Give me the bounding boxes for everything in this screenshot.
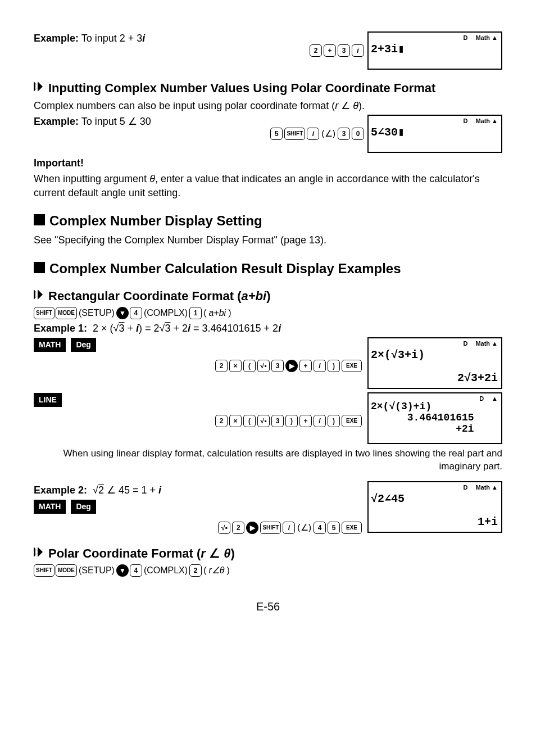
top-example-block: Example: To input 2 + 3i 2 + 3 i D Math … — [34, 31, 502, 70]
heading-rect-format: Rectangular Coordinate Format (a+bi) — [34, 288, 502, 305]
badge-math: MATH — [34, 500, 66, 514]
ex1-formula-line: Example 1: 2 × (√3 + i) = 2√3 + 2i = 3.4… — [34, 322, 502, 335]
badge-deg: Deg — [71, 338, 96, 352]
example-label: Example: — [34, 33, 79, 44]
square-bullet-icon — [34, 262, 45, 273]
heading-polar-input: Inputting Complex Number Values Using Po… — [34, 80, 502, 97]
key-4: 4 — [130, 307, 142, 319]
polar-intro: Complex numbers can also be input using … — [34, 99, 502, 112]
screen-multiline: 2×(√(3)+i) 3.464101615 +2i — [371, 401, 499, 434]
key-sequence-polar: 5 SHIFT i (∠) 3 0 — [270, 128, 364, 140]
key-plus: + — [324, 44, 336, 57]
status-math: Math ▲ — [475, 34, 498, 42]
ex2-row: Example 2: √2 ∠ 45 = 1 + i MATH Deg √▪ 2… — [34, 481, 502, 535]
page-number: E-56 — [34, 599, 502, 614]
key-i: i — [307, 128, 319, 140]
key-i: i — [352, 44, 364, 57]
square-bullet-icon — [34, 214, 45, 225]
ex1-line-row: LINE 2 × ( √▪ 3 ) + i ) EXE D ▲ 2×(√(3)+… — [34, 392, 502, 444]
heading-polar-format: Polar Coordinate Format (r ∠ θ) — [34, 545, 502, 562]
ex1-math-row: MATH Deg 2 × ( √▪ 3 ▶ + i ) EXE D Math ▲… — [34, 337, 502, 389]
calc-screen-ex2: D Math ▲ √2∠45 1+i — [367, 481, 502, 533]
badge-line: LINE — [34, 393, 62, 407]
text-column: Example: To input 2 + 3i — [34, 31, 304, 47]
keys-and-screen-polar: 5 SHIFT i (∠) 3 0 D Math ▲ 5∠30▮ — [270, 115, 502, 153]
important-label: Important! — [34, 156, 502, 170]
example-text: To input 2 + 3 — [81, 33, 143, 44]
key-0: 0 — [352, 128, 364, 140]
i-suffix: i — [142, 33, 145, 44]
calc-screen-top: D Math ▲ 2+3i▮ — [367, 31, 502, 70]
key-down: ▼ — [116, 307, 129, 319]
badge-deg: Deg — [71, 500, 96, 514]
key-shift: SHIFT — [34, 307, 54, 319]
heading-text: Inputting Complex Number Values Using Po… — [48, 80, 435, 97]
chevron-icon — [34, 547, 44, 557]
calc-screen-ex1-line: D ▲ 2×(√(3)+i) 3.464101615 +2i — [367, 392, 502, 444]
screen-input: 2+3i▮ — [371, 42, 405, 57]
heading-result-examples: Complex Number Calculation Result Displa… — [34, 260, 502, 278]
key-1: 1 — [189, 307, 202, 319]
polar-example-block: Example: To input 5 ∠ 30 5 SHIFT i (∠) 3… — [34, 115, 502, 153]
display-setting-text: See "Specifying the Complex Number Displ… — [34, 233, 502, 247]
key-3: 3 — [338, 128, 350, 140]
keys-and-screen: 2 + 3 i D Math ▲ 2+3i▮ — [310, 31, 502, 70]
key-3: 3 — [338, 44, 350, 57]
status-row: D Math ▲ — [463, 34, 498, 42]
polar-example-intro: Example: To input 5 ∠ 30 — [34, 115, 265, 128]
example-text: To input 5 ∠ 30 — [81, 116, 151, 127]
setup-sequence-polar: SHIFT MODE (SETUP) ▼ 4 (COMPLX) 2 (r∠θ) — [34, 564, 502, 577]
key-sequence-ex2: √▪ 2 ▶ SHIFT i (∠) 4 5 EXE — [34, 522, 362, 534]
setup-sequence-rect: SHIFT MODE (SETUP) ▼ 4 (COMPLX) 1 (a+bi) — [34, 307, 502, 319]
ex2-formula-line: Example 2: √2 ∠ 45 = 1 + i — [34, 483, 362, 497]
badge-math: MATH — [34, 338, 66, 352]
calc-screen-polar: D Math ▲ 5∠30▮ — [367, 115, 502, 153]
example-label: Example: — [34, 116, 79, 127]
important-text: When inputting argument θ, enter a value… — [34, 172, 502, 200]
chevron-icon — [34, 289, 44, 300]
status-d: D — [463, 34, 467, 42]
key-sequence-ex1-math: 2 × ( √▪ 3 ▶ + i ) EXE — [34, 360, 362, 372]
key-mode: MODE — [56, 307, 77, 319]
line-format-note: When using linear display format, calcul… — [34, 447, 502, 473]
key-5: 5 — [270, 128, 283, 140]
key-sequence-ex1-line: 2 × ( √▪ 3 ) + i ) EXE — [34, 415, 362, 427]
calc-screen-ex1-math: D Math ▲ 2×(√3+i) 2√3+2i — [367, 337, 502, 389]
heading-display-setting: Complex Number Display Setting — [34, 212, 502, 230]
example-intro: Example: To input 2 + 3i — [34, 31, 304, 45]
key-shift: SHIFT — [284, 128, 305, 140]
chevron-icon — [34, 82, 44, 92]
key-2: 2 — [310, 44, 322, 57]
key-sequence-top: 2 + 3 i — [310, 44, 364, 57]
angle-paren: (∠) — [321, 128, 335, 140]
